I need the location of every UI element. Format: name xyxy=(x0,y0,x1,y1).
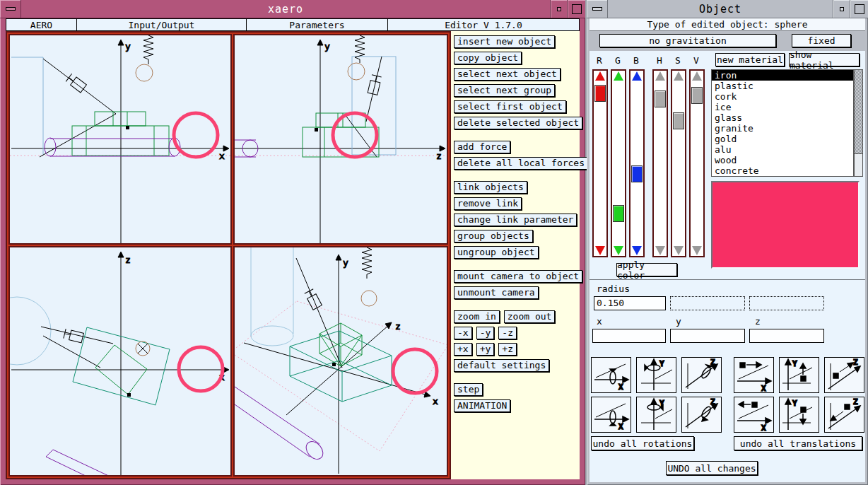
move-neg-x-button[interactable]: -x xyxy=(454,327,472,339)
slider-down-arrow[interactable] xyxy=(674,246,684,255)
slider-red[interactable] xyxy=(592,69,608,257)
radius-input[interactable]: 0.150 xyxy=(594,296,666,310)
rotate-y-neg-button[interactable]: Y xyxy=(636,397,676,433)
translate-y-pos-button[interactable]: Y xyxy=(779,357,819,393)
slider-thumb-hue[interactable] xyxy=(655,90,666,107)
rotate-z-pos-button[interactable]: Z xyxy=(681,357,722,393)
delete-all-local-forces-button[interactable]: delete all local forces xyxy=(454,157,588,170)
slider-up-arrow[interactable] xyxy=(674,71,684,81)
zoom-in-button[interactable]: zoom in xyxy=(454,310,500,323)
slider-thumb-blue[interactable] xyxy=(631,165,643,182)
add-force-button[interactable]: add force xyxy=(454,141,510,153)
material-item-cork[interactable]: cork xyxy=(712,91,853,102)
undo-all-changes-button[interactable]: UNDO all changes xyxy=(666,461,758,475)
menu-parameters[interactable]: Parameters xyxy=(247,19,388,30)
material-item-ice[interactable]: ice xyxy=(712,102,853,112)
select-first-object-button[interactable]: select first object xyxy=(454,100,566,113)
no-gravitation-button[interactable]: no gravitation xyxy=(599,34,776,47)
slider-up-arrow[interactable] xyxy=(595,71,605,81)
viewport-3d[interactable]: y z x xyxy=(233,246,448,477)
translate-z-pos-button[interactable]: Z xyxy=(824,357,864,393)
material-list-scrollbar[interactable] xyxy=(854,69,863,154)
move-neg-y-button[interactable]: -y xyxy=(476,327,495,339)
mount-camera-to-object-button[interactable]: mount camera to object xyxy=(454,270,582,283)
x-input[interactable] xyxy=(592,329,666,343)
slider-thumb-value[interactable] xyxy=(691,87,703,104)
translate-y-neg-button[interactable]: Y xyxy=(779,397,819,433)
slider-up-arrow[interactable] xyxy=(692,71,702,81)
step-button[interactable]: step xyxy=(454,383,483,396)
viewport-zy[interactable]: y z xyxy=(233,34,448,245)
xaero-iconify-button[interactable] xyxy=(0,0,21,18)
slider-green[interactable] xyxy=(611,69,626,257)
rotate-x-neg-button[interactable]: X xyxy=(591,397,631,433)
ungroup-object-button[interactable]: ungroup object xyxy=(454,246,539,259)
apply-color-button[interactable]: apply color xyxy=(616,263,677,276)
link-objects-button[interactable]: link objects xyxy=(454,181,527,194)
slider-down-arrow[interactable] xyxy=(655,246,665,255)
xaero-maximize-button[interactable] xyxy=(567,0,585,18)
slider-down-arrow[interactable] xyxy=(595,246,605,255)
slider-thumb-red[interactable] xyxy=(594,85,606,102)
object-titlebar[interactable]: Object xyxy=(587,0,868,18)
slider-down-arrow[interactable] xyxy=(614,246,623,255)
delete-selected-object-button[interactable]: delete selected object xyxy=(454,117,582,129)
move-pos-z-button[interactable]: +z xyxy=(498,343,517,356)
translate-z-neg-button[interactable]: Z xyxy=(824,397,864,433)
slider-down-arrow[interactable] xyxy=(692,246,702,255)
rotate-y-pos-button[interactable]: Y xyxy=(636,357,676,393)
rotate-z-neg-button[interactable]: Z xyxy=(681,397,722,433)
move-pos-y-button[interactable]: +y xyxy=(476,343,495,356)
menu-input-output[interactable]: Input/Output xyxy=(77,19,247,30)
slider-blue[interactable] xyxy=(629,69,645,257)
insert-new-object-button[interactable]: insert new object xyxy=(454,35,555,48)
slider-down-arrow[interactable] xyxy=(632,246,642,255)
unmount-camera-button[interactable]: unmount camera xyxy=(454,286,539,299)
group-objects-button[interactable]: group objects xyxy=(454,230,533,242)
zoom-out-button[interactable]: zoom out xyxy=(504,310,556,323)
undo-all-rotations-button[interactable]: undo all rotations xyxy=(591,436,694,450)
default-settings-button[interactable]: default settings xyxy=(454,359,549,372)
viewport-xz[interactable]: z x xyxy=(8,246,232,477)
copy-object-button[interactable]: copy object xyxy=(454,52,522,64)
object-maximize-button[interactable] xyxy=(850,0,868,18)
slider-up-arrow[interactable] xyxy=(632,71,642,81)
remove-link-button[interactable]: remove link xyxy=(454,197,522,210)
material-list-scrollbar-trough[interactable] xyxy=(854,154,863,177)
change-link-parameter-button[interactable]: change link parameter xyxy=(454,214,577,226)
animation-button[interactable]: ANIMATION xyxy=(454,399,510,412)
undo-all-translations-button[interactable]: undo all translations xyxy=(734,436,862,450)
slider-value[interactable] xyxy=(689,69,705,257)
slider-up-arrow[interactable] xyxy=(614,71,623,81)
material-item-gold[interactable]: gold xyxy=(712,134,853,144)
select-next-object-button[interactable]: select next object xyxy=(454,68,561,81)
xaero-restore-button[interactable] xyxy=(550,0,567,18)
param2-input[interactable] xyxy=(670,296,745,310)
object-restore-button[interactable] xyxy=(833,0,850,18)
translate-x-pos-button[interactable]: X xyxy=(734,357,774,393)
slider-thumb-green[interactable] xyxy=(613,205,624,222)
viewport-xy[interactable]: y x xyxy=(8,34,232,245)
slider-saturation[interactable] xyxy=(671,69,686,257)
show-material-button[interactable]: show material xyxy=(789,53,860,66)
material-item-alu[interactable]: alu xyxy=(712,144,853,155)
xaero-titlebar[interactable]: xaero xyxy=(0,0,585,18)
slider-hue[interactable] xyxy=(652,69,668,257)
y-input[interactable] xyxy=(670,329,745,343)
move-neg-z-button[interactable]: -z xyxy=(498,327,517,339)
object-iconify-button[interactable] xyxy=(587,0,608,18)
material-item-glass[interactable]: glass xyxy=(712,112,853,123)
slider-up-arrow[interactable] xyxy=(655,71,665,81)
slider-thumb-saturation[interactable] xyxy=(673,112,684,129)
translate-x-neg-button[interactable]: X xyxy=(734,397,774,433)
material-item-concrete[interactable]: concrete xyxy=(712,165,853,176)
material-item-granite[interactable]: granite xyxy=(712,123,853,134)
material-item-iron[interactable]: iron xyxy=(712,70,853,81)
z-input[interactable] xyxy=(749,329,824,343)
param3-input[interactable] xyxy=(749,296,824,310)
menu-aero[interactable]: AERO xyxy=(6,19,77,30)
material-item-wood[interactable]: wood xyxy=(712,155,853,165)
fixed-button[interactable]: fixed xyxy=(792,34,851,47)
select-next-group-button[interactable]: select next group xyxy=(454,84,555,97)
rotate-x-pos-button[interactable]: X xyxy=(591,357,631,393)
